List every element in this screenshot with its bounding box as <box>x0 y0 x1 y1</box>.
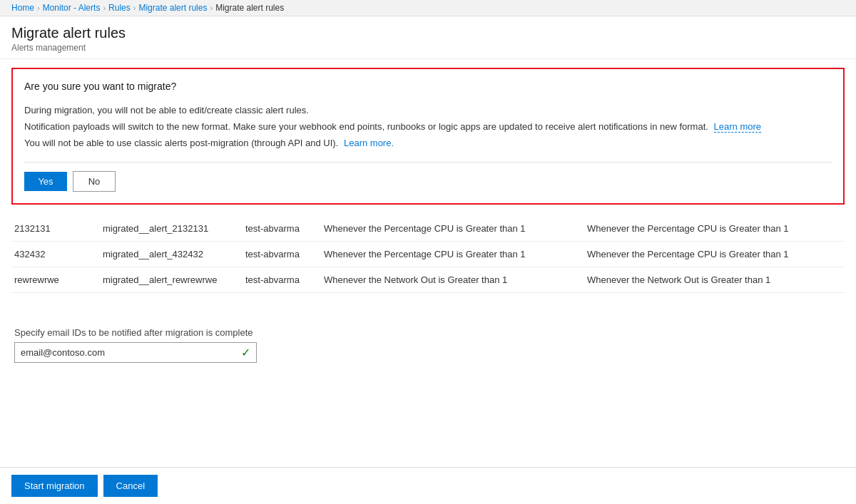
check-icon: ✓ <box>235 346 256 359</box>
yes-button[interactable]: Yes <box>24 172 67 191</box>
row-migrated-name: migrated__alert_2132131 <box>97 216 240 242</box>
table-row: 432432 migrated__alert_432432 test-abvar… <box>11 242 845 267</box>
row-condition: Whenever the Network Out is Greater than… <box>318 267 581 293</box>
confirm-learn-more-1[interactable]: Learn more <box>714 121 761 133</box>
confirm-body: During migration, you will not be able t… <box>24 103 832 150</box>
confirm-line3-prefix: You will not be able to use classic aler… <box>24 138 338 148</box>
breadcrumb-monitor-alerts[interactable]: Monitor - Alerts <box>43 3 101 13</box>
confirm-line2: Notification payloads will switch to the… <box>24 120 832 135</box>
breadcrumb-sep-4: › <box>210 4 213 12</box>
breadcrumb-sep-1: › <box>37 4 40 12</box>
row-migrated-name: migrated__alert_rewrewrwe <box>97 267 240 293</box>
table-row: 2132131 migrated__alert_2132131 test-abv… <box>11 216 845 242</box>
email-label: Specify email IDs to be notified after m… <box>14 327 842 338</box>
action-bar: Start migration Cancel <box>0 467 856 504</box>
page-subtitle: Alerts management <box>11 43 845 53</box>
confirm-line2-prefix: Notification payloads will switch to the… <box>24 121 708 132</box>
breadcrumb-rules[interactable]: Rules <box>108 3 131 13</box>
row-resource: test-abvarma <box>240 267 318 293</box>
row-resource: test-abvarma <box>240 216 318 242</box>
breadcrumb-home[interactable]: Home <box>11 3 34 13</box>
row-action: Whenever the Network Out is Greater than… <box>581 267 845 293</box>
breadcrumb-current: Migrate alert rules <box>215 3 284 13</box>
table-row: rewrewrwe migrated__alert_rewrewrwe test… <box>11 267 845 293</box>
breadcrumb-sep-2: › <box>103 4 106 12</box>
row-id: rewrewrwe <box>11 267 97 293</box>
alert-table: 2132131 migrated__alert_2132131 test-abv… <box>11 216 845 293</box>
confirm-line3: You will not be able to use classic aler… <box>24 136 832 151</box>
page-header: Migrate alert rules Alerts management <box>0 16 856 59</box>
row-migrated-name: migrated__alert_432432 <box>97 242 240 267</box>
breadcrumb-sep-3: › <box>133 4 136 12</box>
breadcrumb: Home › Monitor - Alerts › Rules › Migrat… <box>0 0 856 16</box>
confirm-line1: During migration, you will not be able t… <box>24 103 832 118</box>
page-title: Migrate alert rules <box>11 25 845 41</box>
start-migration-button[interactable]: Start migration <box>11 475 98 497</box>
confirm-learn-more-2[interactable]: Learn more. <box>344 138 394 148</box>
email-input-wrapper: ✓ <box>14 342 257 363</box>
email-section: Specify email IDs to be notified after m… <box>11 327 845 363</box>
row-condition: Whenever the Percentage CPU is Greater t… <box>318 216 581 242</box>
row-action: Whenever the Percentage CPU is Greater t… <box>581 216 845 242</box>
row-action: Whenever the Percentage CPU is Greater t… <box>581 242 845 267</box>
no-button[interactable]: No <box>73 171 116 192</box>
confirm-divider <box>24 162 832 163</box>
breadcrumb-migrate-link[interactable]: Migrate alert rules <box>138 3 207 13</box>
confirm-question: Are you sure you want to migrate? <box>24 81 832 92</box>
row-id: 432432 <box>11 242 97 267</box>
cancel-button[interactable]: Cancel <box>103 475 158 497</box>
row-id: 2132131 <box>11 216 97 242</box>
confirm-buttons: Yes No <box>24 171 832 192</box>
email-input[interactable] <box>15 343 235 362</box>
row-condition: Whenever the Percentage CPU is Greater t… <box>318 242 581 267</box>
confirm-box: Are you sure you want to migrate? During… <box>11 68 845 205</box>
row-resource: test-abvarma <box>240 242 318 267</box>
main-content: Are you sure you want to migrate? During… <box>0 59 856 371</box>
